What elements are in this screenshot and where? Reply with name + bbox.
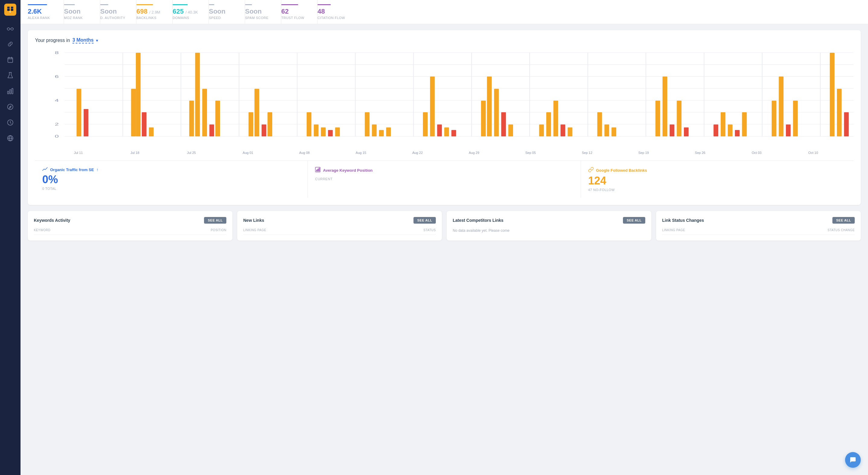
- svg-rect-82: [655, 101, 660, 136]
- link-status-changes-see-all[interactable]: SEE ALL: [832, 217, 855, 224]
- svg-rect-84: [670, 125, 675, 136]
- app-logo[interactable]: b: [4, 4, 16, 16]
- bar-chart-icon[interactable]: [4, 85, 17, 98]
- new-links-columns: LINKING PAGE STATUS: [243, 228, 436, 234]
- svg-rect-46: [189, 101, 194, 136]
- svg-rect-71: [494, 89, 499, 137]
- speed-label: SPEED: [209, 16, 236, 20]
- backlinks-google-value: 124: [588, 175, 846, 186]
- bottom-cards: Keywords Activity SEE ALL KEYWORD POSITI…: [28, 211, 861, 241]
- x-label-jul25: Jul 25: [163, 151, 220, 155]
- x-label-oct10: Oct 10: [785, 151, 841, 155]
- svg-rect-91: [742, 112, 747, 136]
- svg-rect-69: [481, 101, 486, 136]
- chat-bubble[interactable]: [845, 452, 861, 468]
- chart-period-selector[interactable]: 3 Months: [72, 37, 94, 43]
- compass-icon[interactable]: [4, 100, 17, 114]
- globe-icon[interactable]: [4, 132, 17, 145]
- citation-flow-value: 48: [317, 7, 345, 15]
- organic-traffic-sub: 0 TOTAL: [42, 187, 300, 190]
- keyword-position-label-row: Average Keyword Position: [315, 167, 573, 173]
- latest-competitors-card: Latest Competitors Links SEE ALL No data…: [447, 211, 651, 241]
- x-label-aug22: Aug 22: [389, 151, 446, 155]
- citation-flow-label: CITATION FLOW: [317, 16, 345, 20]
- progress-chart-card: Your progress in 3 Months ▾ 8: [28, 30, 861, 205]
- link-status-changes-title: Link Status Changes: [662, 218, 704, 223]
- d-authority-label: D. AUTHORITY: [100, 16, 128, 20]
- svg-rect-74: [539, 125, 544, 136]
- link-icon[interactable]: [4, 37, 17, 51]
- svg-rect-83: [662, 77, 667, 136]
- x-label-aug15: Aug 15: [333, 151, 389, 155]
- keywords-activity-columns: KEYWORD POSITION: [34, 228, 226, 234]
- keywords-activity-header: Keywords Activity SEE ALL: [34, 217, 226, 224]
- svg-rect-78: [568, 128, 572, 137]
- metrics-bar: 2.6K ALEXA RANK Soon MOZ RANK Soon D. AU…: [21, 0, 868, 24]
- domains-label: DOMAINS: [173, 16, 200, 20]
- backlinks-label: BACKLINKS: [136, 16, 164, 20]
- keyword-position-label: Average Keyword Position: [323, 168, 372, 172]
- new-links-col2: STATUS: [424, 228, 436, 232]
- metric-d-authority: Soon D. AUTHORITY: [100, 0, 136, 24]
- svg-rect-44: [142, 112, 147, 136]
- svg-rect-67: [444, 128, 449, 137]
- svg-rect-42: [131, 89, 136, 137]
- metric-moz-rank: Soon MOZ RANK: [64, 0, 100, 24]
- link-status-changes-columns: LINKING PAGE STATUS CHANGE: [662, 228, 855, 234]
- svg-rect-92: [772, 101, 777, 136]
- latest-competitors-see-all[interactable]: SEE ALL: [623, 217, 645, 224]
- chevron-down-icon[interactable]: ▾: [96, 38, 98, 43]
- keywords-activity-see-all[interactable]: SEE ALL: [204, 217, 226, 224]
- backlinks-google-icon: [588, 167, 594, 173]
- x-label-sep26: Sep 26: [672, 151, 728, 155]
- x-label-aug29: Aug 29: [446, 151, 502, 155]
- keywords-activity-card: Keywords Activity SEE ALL KEYWORD POSITI…: [28, 211, 232, 241]
- svg-rect-77: [560, 125, 565, 136]
- svg-rect-61: [372, 125, 377, 136]
- alexa-rank-label: ALEXA RANK: [28, 16, 55, 20]
- keywords-col2: POSITION: [211, 228, 226, 232]
- link-status-changes-header: Link Status Changes SEE ALL: [662, 217, 855, 224]
- alexa-rank-bar: [28, 4, 47, 5]
- svg-rect-58: [328, 130, 333, 136]
- keyword-position-sub: CURRENT: [315, 177, 573, 181]
- x-label-sep05: Sep 05: [502, 151, 559, 155]
- svg-rect-68: [452, 130, 456, 136]
- backlinks-google-label-row: Google Followed Backlinks: [588, 167, 846, 173]
- metric-speed: Soon SPEED: [209, 0, 245, 24]
- backlinks-bar: [136, 4, 153, 5]
- svg-rect-72: [501, 112, 506, 136]
- latest-competitors-title: Latest Competitors Links: [453, 218, 503, 223]
- chart-bottom-stats: Organic Traffic from SE ↑ 0% 0 TOTAL: [35, 161, 854, 198]
- svg-rect-75: [546, 112, 551, 136]
- clock-icon[interactable]: [4, 116, 17, 129]
- x-label-aug01: Aug 01: [220, 151, 276, 155]
- calendar-icon[interactable]: [4, 53, 17, 66]
- metric-trust-flow: 62 TRUST FLOW: [281, 0, 317, 24]
- keywords-col1: KEYWORD: [34, 228, 51, 232]
- svg-rect-51: [248, 112, 253, 136]
- bar-chart: 8 6 4 2 0: [35, 50, 854, 146]
- svg-rect-59: [335, 128, 340, 137]
- backlinks-google-stat: Google Followed Backlinks 124 47 NO-FOLL…: [581, 161, 854, 198]
- metric-spam-score: Soon SPAM SCORE: [245, 0, 281, 24]
- x-label-aug08: Aug 08: [276, 151, 333, 155]
- svg-rect-76: [554, 101, 558, 136]
- spam-score-label: SPAM SCORE: [245, 16, 273, 20]
- svg-text:8: 8: [55, 51, 59, 55]
- svg-rect-10: [12, 88, 13, 94]
- domains-value: 625 / 40.3K: [173, 7, 200, 15]
- glasses-icon[interactable]: [4, 22, 17, 35]
- svg-rect-47: [195, 53, 200, 136]
- svg-text:6: 6: [55, 74, 59, 79]
- link-status-changes-card: Link Status Changes SEE ALL LINKING PAGE…: [656, 211, 861, 241]
- new-links-see-all[interactable]: SEE ALL: [413, 217, 436, 224]
- svg-rect-97: [837, 89, 842, 137]
- new-links-header: New Links SEE ALL: [243, 217, 436, 224]
- svg-rect-53: [262, 125, 267, 136]
- domains-bar: [173, 4, 188, 5]
- svg-rect-7: [8, 58, 13, 62]
- svg-text:4: 4: [55, 98, 59, 103]
- lab-icon[interactable]: [4, 69, 17, 82]
- svg-rect-96: [830, 53, 835, 136]
